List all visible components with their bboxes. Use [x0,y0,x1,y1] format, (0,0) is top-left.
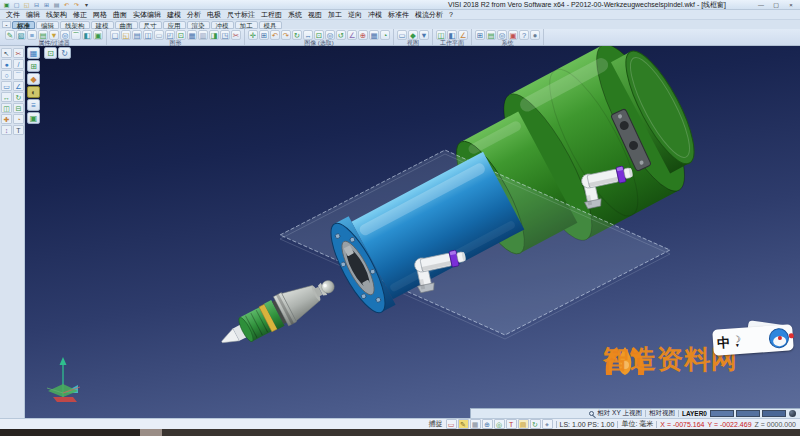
close-button[interactable]: × [784,1,798,10]
menu-item-0[interactable]: 文件 [3,10,23,19]
surface-filter-icon[interactable]: ◧ [82,30,92,40]
solid-filter-icon[interactable]: ▣ [93,30,103,40]
menu-item-4[interactable]: 网格 [90,10,110,19]
line-icon[interactable]: / [13,59,24,69]
menu-item-3[interactable]: 修正 [70,10,90,19]
ribbon-tab-4[interactable]: 曲面 [115,21,138,29]
rotate-icon[interactable]: ↻ [13,92,24,102]
layers-panel-icon[interactable]: ≡ [27,99,40,111]
arc-icon[interactable]: ⌒ [13,70,24,80]
sheet-icon[interactable]: ▤ [518,419,529,429]
minimize-button[interactable]: — [754,1,768,10]
line-style-filter-icon[interactable]: ≡ [27,30,37,40]
selection-filter-icon[interactable]: ▭ [446,419,457,429]
color-filter-icon[interactable]: ▧ [16,30,26,40]
menu-item-2[interactable]: 线架构 [43,10,70,19]
menu-item-15[interactable]: 逆向 [345,10,365,19]
erase-icon[interactable]: ✂ [13,48,24,58]
help-system-icon[interactable]: ? [519,30,529,40]
app-icon[interactable]: ▣ [2,1,11,9]
menu-item-6[interactable]: 实体编辑 [130,10,164,19]
duplicate-view-icon[interactable]: ⊡ [176,30,186,40]
menu-item-19[interactable]: ? [446,10,456,19]
layer-manager-icon[interactable]: ▤ [132,30,142,40]
attribute-pen-icon[interactable]: ✎ [5,30,15,40]
magnet-snap-icon[interactable]: ⊕ [358,30,368,40]
grid-icon[interactable]: ▦ [470,419,481,429]
relative-view-button[interactable]: 相对视图 [649,409,675,418]
chain-snap-icon[interactable]: ◎ [494,419,505,429]
ribbon-tab-6[interactable]: 应用 [163,21,186,29]
redo-icon[interactable]: ↷ [72,1,81,9]
info-icon[interactable]: ● [530,30,540,40]
menu-item-13[interactable]: 视图 [305,10,325,19]
overlay-icon[interactable]: ◨ [209,30,219,40]
trim-icon[interactable]: ✚ [1,114,12,124]
collapse-ribbon-button[interactable]: - [2,21,11,28]
rotate-view-icon[interactable]: ↻ [292,30,302,40]
menu-item-9[interactable]: 电极 [204,10,224,19]
hide-icon[interactable]: ▥ [198,30,208,40]
maximize-button[interactable]: ▢ [769,1,783,10]
ucs-icon[interactable]: ◆ [27,73,40,85]
render-orb-icon[interactable] [789,410,796,417]
viewport-3d[interactable]: ▦⊞◆◐≡▣ ⊡↻ [25,46,800,418]
menu-item-1[interactable]: 编辑 [23,10,43,19]
shading-mode-icon[interactable]: ◐ [27,86,40,98]
mirror-icon[interactable]: ◫ [1,103,12,113]
entity-snap-icon[interactable]: ⊕ [482,419,493,429]
save-all-icon[interactable]: ⊞ [42,1,51,9]
circle-icon[interactable]: ○ [1,70,12,80]
select-next-icon[interactable]: ↷ [281,30,291,40]
workplane-align-icon[interactable]: ◧ [447,30,457,40]
plot-icon[interactable]: ▤ [52,1,61,9]
ribbon-tab-8[interactable]: 冲模 [211,21,234,29]
crosshair-icon[interactable]: ⌖ [542,419,553,429]
polyline-icon[interactable]: ∠ [13,81,24,91]
insert-view-icon[interactable]: ◰ [165,30,175,40]
menu-item-8[interactable]: 分析 [184,10,204,19]
menu-item-14[interactable]: 加工 [325,10,345,19]
open-drawing-icon[interactable]: ◱ [121,30,131,40]
ribbon-tab-5[interactable]: 尺寸 [139,21,162,29]
layer-color-swatch-2[interactable] [762,410,786,417]
calculator-icon[interactable]: ⊞ [475,30,485,40]
point-filter-icon[interactable]: ◎ [60,30,70,40]
purge-icon[interactable]: ✂ [231,30,241,40]
ribbon-tab-2[interactable]: 线架构 [60,21,90,29]
ribbon-tab-7[interactable]: 渲染 [187,21,210,29]
workplane-grid-icon[interactable]: ▦ [27,47,40,59]
zoom-window-icon[interactable]: ⊡ [314,30,324,40]
workplane-3point-icon[interactable]: ∠ [458,30,468,40]
render-settings-icon[interactable]: ▣ [27,112,40,124]
select-window-icon[interactable]: ⊞ [259,30,269,40]
text-snap-icon[interactable]: T [506,419,517,429]
snap-grid-icon[interactable]: ⊞ [27,60,40,72]
dimension-icon[interactable]: ↕ [1,125,12,135]
menu-item-11[interactable]: 工程图 [258,10,285,19]
save-file-icon[interactable]: ⊟ [32,1,41,9]
edit-mode-icon[interactable]: ✎ [458,419,469,429]
workplane-xy-icon[interactable]: ◫ [436,30,446,40]
fillet-icon[interactable]: ◔ [13,114,24,124]
curve-filter-icon[interactable]: ⌒ [71,30,81,40]
ribbon-tab-1[interactable]: 编辑 [36,21,59,29]
point-icon[interactable]: ● [1,59,12,69]
menu-item-10[interactable]: 尺寸标注 [224,10,258,19]
menu-item-12[interactable]: 系统 [285,10,305,19]
macro-icon[interactable]: ▣ [508,30,518,40]
database-icon[interactable]: ▤ [486,30,496,40]
element-filter-icon[interactable]: ▼ [49,30,59,40]
relative-xy-view-button[interactable]: 相对 XY 上视图 [597,409,642,418]
new-drawing-icon[interactable]: ▢ [110,30,120,40]
menu-item-16[interactable]: 冲模 [365,10,385,19]
open-file-icon[interactable]: ◱ [22,1,31,9]
offset-icon[interactable]: ⊟ [13,103,24,113]
grid-toggle-icon[interactable]: ▦ [369,30,379,40]
menu-item-7[interactable]: 建模 [164,10,184,19]
shade-mode-icon[interactable]: ◔ [380,30,390,40]
refresh-view-icon[interactable]: ↻ [58,47,71,59]
dynamic-rotate-icon[interactable]: ↺ [336,30,346,40]
show-all-icon[interactable]: ▦ [187,30,197,40]
select-prev-icon[interactable]: ↶ [270,30,280,40]
